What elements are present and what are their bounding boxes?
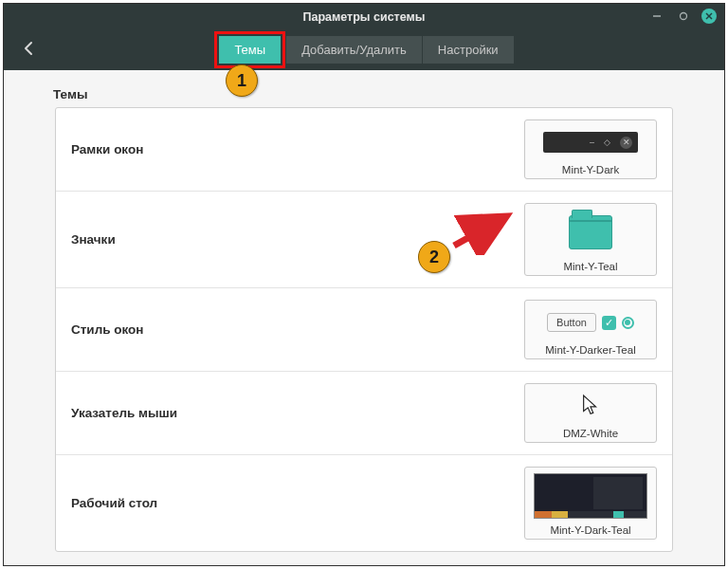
row-label: Значки bbox=[71, 232, 116, 247]
svg-point-1 bbox=[681, 13, 687, 20]
row-window-borders: Рамки окон – ◇ ✕ Mint-Y-Dark bbox=[56, 108, 672, 192]
sample-button-icon: Button bbox=[547, 313, 596, 332]
folder-icon bbox=[569, 215, 612, 249]
chooser-label: Mint-Y-Dark-Teal bbox=[550, 524, 630, 536]
chooser-icons[interactable]: Mint-Y-Teal bbox=[524, 203, 657, 276]
chooser-label: Mint-Y-Darker-Teal bbox=[545, 344, 635, 356]
section-title: Темы bbox=[53, 87, 673, 101]
chooser-label: Mint-Y-Teal bbox=[563, 261, 617, 272]
controls-sample-icon: Button ✓ bbox=[547, 313, 634, 332]
close-button[interactable] bbox=[701, 9, 717, 24]
row-label: Указатель мыши bbox=[71, 406, 177, 420]
chooser-mouse-pointer[interactable]: DMZ-White bbox=[524, 383, 657, 443]
chooser-controls[interactable]: Button ✓ Mint-Y-Darker-Teal bbox=[524, 300, 657, 359]
settings-window: Параметры системы Темы Добавить/Удалить bbox=[3, 3, 725, 566]
tab-themes-highlight: Темы bbox=[214, 31, 285, 68]
cursor-icon bbox=[580, 394, 601, 418]
row-desktop: Рабочий стол Mint-Y-Dark-Teal bbox=[56, 455, 672, 551]
close-glyph-icon: ✕ bbox=[620, 137, 632, 149]
maximize-button[interactable] bbox=[675, 8, 692, 25]
preview-window-borders: – ◇ ✕ bbox=[529, 124, 652, 160]
desktop-thumbnail-icon bbox=[534, 473, 647, 519]
row-label: Стиль окон bbox=[71, 322, 144, 337]
row-icons: Значки Mint-Y-Teal bbox=[56, 192, 672, 288]
maximize-glyph-icon: ◇ bbox=[604, 138, 610, 147]
annotation-marker-1: 1 bbox=[226, 64, 258, 97]
row-label: Рамки окон bbox=[71, 142, 143, 156]
preview-desktop bbox=[529, 471, 652, 521]
row-controls: Стиль окон Button ✓ Mint-Y-Darker-Teal bbox=[56, 288, 672, 372]
window-title: Параметры системы bbox=[303, 10, 426, 24]
minimize-glyph-icon: – bbox=[590, 138, 594, 147]
window-controls bbox=[648, 8, 717, 25]
sample-checkbox-icon: ✓ bbox=[602, 316, 616, 330]
chooser-window-borders[interactable]: – ◇ ✕ Mint-Y-Dark bbox=[524, 119, 657, 179]
annotation-marker-2: 2 bbox=[418, 241, 450, 273]
preview-cursor bbox=[529, 388, 652, 424]
sample-radio-icon bbox=[622, 317, 634, 329]
tab-themes[interactable]: Темы bbox=[219, 36, 281, 64]
title-row: Параметры системы bbox=[4, 4, 724, 30]
tab-settings[interactable]: Настройки bbox=[423, 36, 514, 64]
annotation-arrow-icon bbox=[449, 208, 516, 255]
row-label: Рабочий стол bbox=[71, 496, 157, 510]
window-frame-icon: – ◇ ✕ bbox=[543, 132, 638, 153]
themes-panel: Рамки окон – ◇ ✕ Mint-Y-Dark Значки bbox=[55, 107, 673, 552]
tab-add-remove[interactable]: Добавить/Удалить bbox=[285, 36, 423, 64]
minimize-button[interactable] bbox=[648, 8, 665, 25]
svg-line-4 bbox=[454, 219, 501, 246]
preview-controls: Button ✓ bbox=[529, 304, 652, 340]
tabs: Темы Добавить/Удалить Настройки bbox=[4, 30, 724, 68]
content-area: Темы Рамки окон – ◇ ✕ Mint-Y-Dark Зна bbox=[4, 70, 724, 552]
back-button[interactable] bbox=[17, 36, 42, 61]
row-mouse-pointer: Указатель мыши DMZ-White bbox=[56, 372, 672, 455]
titlebar: Параметры системы Темы Добавить/Удалить bbox=[4, 4, 724, 70]
chooser-label: DMZ-White bbox=[563, 428, 618, 439]
chooser-label: Mint-Y-Dark bbox=[562, 164, 619, 175]
chooser-desktop[interactable]: Mint-Y-Dark-Teal bbox=[524, 467, 657, 540]
preview-icons bbox=[529, 208, 652, 257]
